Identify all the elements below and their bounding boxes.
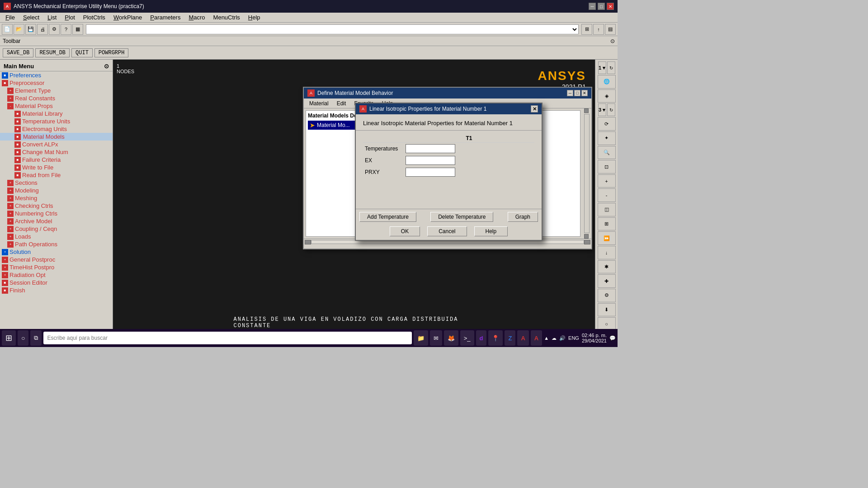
delete-temperature-button[interactable]: Delete Temperature [430,212,493,222]
maximize-button[interactable]: □ [598,3,605,10]
sidebar-item-change-mat-num[interactable]: ■ Change Mat Num [0,148,113,156]
taskbar-app-mail[interactable]: ✉ [430,330,442,346]
rt-btn1[interactable]: ↻ [607,61,615,74]
rt-btn-ff[interactable]: ⏩ [598,231,616,245]
horiz-scroll-right[interactable] [584,240,590,244]
taskbar-app-d[interactable]: d [476,330,487,346]
sidebar-item-solution[interactable]: + Solution [0,248,113,256]
define-material-title-bar[interactable]: A Define Material Model Behavior ─ □ ✕ [304,88,591,99]
menu-parameters[interactable]: Parameters [146,13,184,22]
sidebar-item-sections[interactable]: + Sections [0,179,113,187]
rt-btn-view1[interactable]: ◫ [598,203,616,216]
taskbar-app-zoom[interactable]: Z [505,330,515,346]
sidebar-item-material-library[interactable]: ■ Material Library [0,110,113,117]
rt-btn-pan[interactable]: ✦ [598,131,616,145]
rt-btn-gear[interactable]: ⚙ [598,289,616,302]
tb-open[interactable]: 📂 [14,24,24,35]
ex-input[interactable] [406,156,455,165]
help-button[interactable]: Help [474,226,508,236]
sidebar-item-material-models[interactable]: ■ Material Models [0,133,113,141]
linear-iso-title-bar[interactable]: A Linear Isotropic Properties for Materi… [356,103,542,114]
sidebar-item-meshing[interactable]: + Meshing [0,194,113,202]
sidebar-item-finish[interactable]: ■ Finish [0,286,113,294]
sidebar-item-general-postproc[interactable]: + General Postproc [0,256,113,263]
rt-btn2[interactable]: ↻ [607,103,615,116]
sidebar-item-timehist-postpro[interactable]: + TimeHist Postpro [0,263,113,271]
resum-db-button[interactable]: RESUM_DB [35,48,70,57]
def-mat-menu-material[interactable]: Material [306,99,332,108]
add-temperature-button[interactable]: Add Temperature [359,212,416,222]
search-btn[interactable]: ○ [18,330,28,346]
rt-btn-3d[interactable]: ◈ [598,89,616,103]
taskbar-notification-icon[interactable]: 💬 [609,335,616,341]
sidebar-item-archive-model[interactable]: + Archive Model [0,217,113,225]
rt-btn-rotate[interactable]: ⟳ [598,117,616,131]
temperatures-input[interactable] [406,144,455,153]
task-view-button[interactable]: ⧉ [30,330,42,346]
rt-btn-globe[interactable]: 🌐 [598,75,616,89]
sidebar-item-checking-ctrls[interactable]: + Checking Ctrls [0,202,113,210]
rt-btn-down[interactable]: ⬇ [598,303,616,317]
save-db-button[interactable]: SAVE_DB [3,48,33,57]
close-button[interactable]: ✕ [607,3,614,10]
rt-btn-cross[interactable]: ✚ [598,274,616,288]
rt-btn-zoom[interactable]: 🔍 [598,146,616,160]
prxy-input[interactable] [406,168,455,177]
sidebar-item-write-to-file[interactable]: ■ Write to File [0,164,113,171]
rt-btn-view2[interactable]: ⊞ [598,217,616,231]
sidebar-item-failure-criteria[interactable]: ■ Failure Criteria [0,156,113,164]
sidebar-item-preprocessor[interactable]: ■ Preprocessor [0,79,113,87]
horiz-scroll-left[interactable] [305,240,311,244]
sidebar-item-material-props[interactable]: - Material Props [0,102,113,110]
menu-plot[interactable]: Plot [61,13,78,22]
powrgrph-button[interactable]: POWRGRPH [94,48,129,57]
menu-help[interactable]: Help [245,13,264,22]
sidebar-item-numbering-ctrls[interactable]: + Numbering Ctrls [0,210,113,217]
menu-macro[interactable]: Macro [185,13,208,22]
taskbar-app-firefox[interactable]: 🦊 [444,330,458,346]
sidebar-item-loads[interactable]: + Loads [0,233,113,240]
cancel-button[interactable]: Cancel [427,226,467,236]
sidebar-item-read-from-file[interactable]: ■ Read from File [0,171,113,179]
rt-btn-fit[interactable]: ⊡ [598,160,616,174]
rt-btn-zoomin[interactable]: + [598,174,616,188]
taskbar-app-maps[interactable]: 📍 [488,330,503,346]
rt-btn-star[interactable]: ✱ [598,260,616,274]
taskbar-search-input[interactable] [43,332,411,344]
rt-btn-arrow[interactable]: ↓ [598,246,616,259]
sidebar-item-radiation-opt[interactable]: + Radiation Opt [0,271,113,279]
start-button[interactable]: ⊞ [2,330,16,346]
tb-save[interactable]: 💾 [25,24,36,35]
taskbar-app-terminal[interactable]: >_ [460,330,474,346]
sidebar-item-electromag-units[interactable]: ■ Electromag Units [0,125,113,133]
taskbar-app-ansys2[interactable]: A [531,330,542,346]
toolbar-combo[interactable] [86,24,579,34]
menu-workplane[interactable]: WorkPlane [110,13,146,22]
sidebar-item-temperature-units[interactable]: ■ Temperature Units [0,117,113,125]
tb-btn6[interactable]: ? [61,24,71,35]
sidebar-item-convert-alpx[interactable]: ■ Convert ALPx [0,141,113,148]
define-material-maximize[interactable]: □ [574,90,580,96]
tb-right1[interactable]: ⊞ [581,24,592,35]
graph-button[interactable]: Graph [508,212,538,222]
menu-menuctrls[interactable]: MenuCtrls [210,13,244,22]
quit-button[interactable]: QUIT [71,48,93,57]
tb-btn5[interactable]: ⚙ [49,24,60,35]
sidebar-item-real-constants[interactable]: + Real Constants [0,94,113,102]
right-scroll-up-btn[interactable] [584,108,589,113]
sidebar-item-modeling[interactable]: + Modeling [0,187,113,194]
tb-new[interactable]: 📄 [2,24,13,35]
tb-btn4[interactable]: 🖨 [37,24,48,35]
minimize-button[interactable]: ─ [589,3,596,10]
sidebar-item-coupling-ceqn[interactable]: + Coupling / Ceqn [0,225,113,233]
sidebar-item-element-type[interactable]: + Element Type [0,87,113,94]
taskbar-app-explorer[interactable]: 📁 [414,330,428,346]
menu-plotctrls[interactable]: PlotCtrls [80,13,109,22]
menu-select[interactable]: Select [19,13,43,22]
sidebar-item-preferences[interactable]: ■ Preferences [0,71,113,79]
menu-file[interactable]: File [2,13,19,22]
sidebar-item-path-operations[interactable]: + Path Operations [0,240,113,248]
menu-list[interactable]: List [44,13,60,22]
right-scroll-down-btn[interactable] [584,234,589,239]
linear-iso-close[interactable]: ✕ [531,105,538,113]
